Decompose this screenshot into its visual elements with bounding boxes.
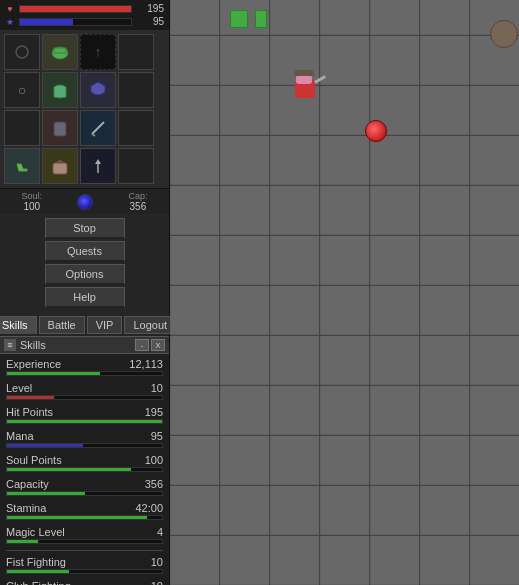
stat-bar-fill-7 — [7, 540, 38, 543]
stat-bar-fill-2 — [7, 420, 162, 423]
stop-button[interactable]: Stop — [45, 218, 125, 239]
stat-row-7: Magic Level 4 — [6, 526, 163, 544]
stat-bar-fill-6 — [7, 516, 147, 519]
skills-panel-icon: ≡ — [4, 339, 16, 351]
stat-bar-fill-5 — [7, 492, 85, 495]
fighting-section: Fist Fighting 10 Club Fighting 10 Sword … — [6, 556, 163, 585]
stat-value-4: 100 — [145, 454, 163, 466]
stat-bar-0 — [6, 371, 163, 376]
stat-name-row-2: Hit Points 195 — [6, 406, 163, 418]
skills-minimize-button[interactable]: - — [135, 339, 149, 351]
mana-bar-row: ★ 95 — [5, 16, 164, 27]
game-object-2 — [255, 10, 267, 28]
svg-rect-3 — [54, 122, 66, 136]
slot-arrow[interactable] — [80, 148, 116, 184]
stat-row-5: Capacity 356 — [6, 478, 163, 496]
fighting-skill-bar-0 — [6, 569, 163, 574]
slot-helmet[interactable] — [42, 34, 78, 70]
soul-display: Soul: 100 — [22, 191, 43, 212]
stat-name-row-4: Soul Points 100 — [6, 454, 163, 466]
stat-bar-2 — [6, 419, 163, 424]
stat-bar-6 — [6, 515, 163, 520]
quests-button[interactable]: Quests — [45, 241, 125, 262]
stat-bar-3 — [6, 443, 163, 448]
slot-legs[interactable] — [42, 110, 78, 146]
mana-gem — [77, 191, 93, 212]
stat-bar-5 — [6, 491, 163, 496]
slot-weapon[interactable] — [80, 110, 116, 146]
soul-value: 100 — [23, 201, 40, 212]
stat-name-6: Stamina — [6, 502, 46, 514]
stat-value-7: 4 — [157, 526, 163, 538]
ground-item-1 — [490, 20, 518, 48]
tab-battle[interactable]: Battle — [39, 316, 85, 334]
slot-empty1[interactable]: ↑ — [80, 34, 116, 70]
equipment-area: ↑ ○ — [0, 30, 169, 188]
mana-bar-fill — [20, 19, 73, 25]
stat-name-1: Level — [6, 382, 32, 394]
stat-bar-fill-0 — [7, 372, 100, 375]
help-button[interactable]: Help — [45, 287, 125, 308]
stat-value-1: 10 — [151, 382, 163, 394]
game-buttons: Stop Quests Options Help — [0, 214, 169, 312]
skills-panel-title: Skills — [20, 339, 46, 351]
game-object-1 — [230, 10, 248, 28]
grid-overlay — [170, 0, 519, 585]
hp-value: 195 — [136, 3, 164, 14]
tab-skills[interactable]: Skills — [0, 316, 37, 334]
stat-value-5: 356 — [145, 478, 163, 490]
soul-cap-row: Soul: 100 Cap: 356 — [0, 188, 169, 214]
slot-ring[interactable]: ○ — [4, 72, 40, 108]
svg-rect-6 — [53, 163, 67, 174]
stat-row-3: Mana 95 — [6, 430, 163, 448]
mana-icon: ★ — [5, 17, 15, 27]
skills-title-area: ≡ Skills — [4, 339, 46, 351]
slot-bag[interactable] — [42, 148, 78, 184]
stat-bar-1 — [6, 395, 163, 400]
slot-extra3[interactable] — [4, 110, 40, 146]
stat-name-row-0: Experience 12,113 — [6, 358, 163, 370]
slot-amulet[interactable] — [4, 34, 40, 70]
stat-row-4: Soul Points 100 — [6, 454, 163, 472]
slot-armor[interactable] — [42, 72, 78, 108]
stat-bar-fill-3 — [7, 444, 83, 447]
slot-shield[interactable] — [80, 72, 116, 108]
stat-name-row-7: Magic Level 4 — [6, 526, 163, 538]
stat-bar-fill-1 — [7, 396, 54, 399]
stat-name-3: Mana — [6, 430, 34, 442]
fighting-skill-name-0: Fist Fighting — [6, 556, 66, 568]
fighting-skill-name-row-1: Club Fighting 10 — [6, 580, 163, 585]
stat-bar-fill-4 — [7, 468, 131, 471]
stat-value-3: 95 — [151, 430, 163, 442]
fighting-skill-value-1: 10 — [151, 580, 163, 585]
slot-extra4[interactable] — [118, 110, 154, 146]
svg-point-0 — [16, 46, 28, 58]
stat-bar-7 — [6, 539, 163, 544]
slot-extra2[interactable] — [118, 72, 154, 108]
slot-extra5[interactable] — [118, 148, 154, 184]
svg-line-4 — [92, 122, 104, 134]
skills-close-button[interactable]: X — [151, 339, 165, 351]
tab-vip[interactable]: VIP — [87, 316, 123, 334]
options-button[interactable]: Options — [45, 264, 125, 285]
skills-title-controls: - X — [135, 339, 165, 351]
stat-row-2: Hit Points 195 — [6, 406, 163, 424]
tab-logout[interactable]: Logout — [124, 316, 176, 334]
svg-line-5 — [92, 134, 95, 136]
slot-boots[interactable] — [4, 148, 40, 184]
fighting-skill-row-0: Fist Fighting 10 — [6, 556, 163, 574]
stat-row-6: Stamina 42:00 — [6, 502, 163, 520]
skills-panel: ≡ Skills - X Experience 12,113 Level — [0, 336, 169, 585]
slot-extra1[interactable] — [118, 34, 154, 70]
stat-name-row-1: Level 10 — [6, 382, 163, 394]
stat-bar-4 — [6, 467, 163, 472]
game-view — [170, 0, 519, 585]
stat-value-0: 12,113 — [129, 358, 163, 370]
tab-row: Skills Battle VIP Logout — [0, 312, 169, 336]
mana-bar-track — [19, 18, 132, 26]
skills-content: Experience 12,113 Level 10 Hit Points 19… — [0, 354, 169, 585]
cap-value: 356 — [130, 201, 147, 212]
fighting-skill-name-1: Club Fighting — [6, 580, 71, 585]
soul-label: Soul: — [22, 191, 43, 201]
stat-name-4: Soul Points — [6, 454, 62, 466]
